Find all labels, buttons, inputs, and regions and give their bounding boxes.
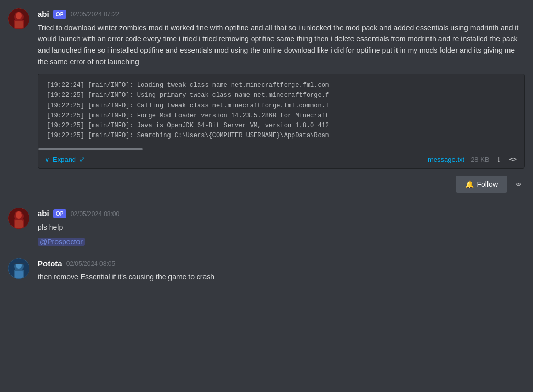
message-text-2: pls help bbox=[38, 222, 525, 233]
message-content-2: abi OP 02/05/2024 08:00 pls help @Prospe… bbox=[38, 208, 525, 247]
code-block-footer: ∨ Expand ⤢ message.txt 28 KB ↓ <> bbox=[38, 150, 524, 168]
message-header-2: abi OP 02/05/2024 08:00 bbox=[38, 208, 525, 220]
avatar-image-abi bbox=[8, 8, 29, 29]
file-info: message.txt 28 KB ↓ <> bbox=[428, 153, 518, 165]
op-badge-1: OP bbox=[53, 10, 66, 19]
message-group-2: abi OP 02/05/2024 08:00 pls help @Prospe… bbox=[0, 199, 533, 249]
bell-icon: 🔔 bbox=[465, 180, 474, 188]
avatar-potota bbox=[8, 258, 29, 279]
download-icon: ↓ bbox=[497, 154, 501, 164]
message-content-1: abi OP 02/05/2024 07:22 Tried to downloa… bbox=[38, 8, 525, 169]
code-block-container: [19:22:24] [main/INFO]: Loading tweak cl… bbox=[38, 74, 525, 169]
follow-label: Follow bbox=[477, 180, 498, 188]
actions-bar: 🔔 Follow ⚭ bbox=[0, 171, 533, 199]
svg-rect-9 bbox=[15, 220, 23, 228]
username-potota: Potota bbox=[38, 258, 62, 270]
svg-rect-14 bbox=[15, 271, 23, 278]
expand-button[interactable]: ∨ Expand ⤢ bbox=[44, 155, 85, 163]
message-group-3: Potota 02/05/2024 08:05 then remove Esse… bbox=[0, 250, 533, 285]
expand-label: Expand bbox=[53, 155, 76, 163]
message-header-1: abi OP 02/05/2024 07:22 bbox=[38, 8, 525, 20]
copy-link-button[interactable]: ⚭ bbox=[513, 176, 525, 192]
code-block: [19:22:24] [main/INFO]: Loading tweak cl… bbox=[38, 74, 524, 147]
svg-rect-4 bbox=[15, 21, 23, 28]
op-badge-2: OP bbox=[53, 209, 66, 218]
timestamp-3: 02/05/2024 08:05 bbox=[66, 259, 115, 268]
code-icon: <> bbox=[509, 155, 517, 163]
timestamp-2: 02/05/2024 08:00 bbox=[71, 209, 119, 219]
username-abi-1: abi bbox=[38, 8, 49, 20]
view-raw-button[interactable]: <> bbox=[508, 154, 518, 164]
username-abi-2: abi bbox=[38, 208, 49, 220]
mention-tag-prospector[interactable]: @Prospector bbox=[38, 238, 85, 246]
svg-point-2 bbox=[16, 12, 22, 19]
message-text-1: Tried to download winter zombies mod it … bbox=[38, 23, 525, 68]
expand-icon: ⤢ bbox=[79, 155, 85, 163]
avatar-image-potota bbox=[8, 258, 29, 279]
message-text-3: then remove Essential if it's causing th… bbox=[38, 272, 525, 283]
file-size: 28 KB bbox=[471, 154, 489, 165]
message-group-1: abi OP 02/05/2024 07:22 Tried to downloa… bbox=[0, 0, 533, 171]
follow-button[interactable]: 🔔 Follow bbox=[456, 176, 507, 193]
timestamp-1: 02/05/2024 07:22 bbox=[71, 9, 119, 19]
file-name: message.txt bbox=[428, 154, 464, 165]
message-content-3: Potota 02/05/2024 08:05 then remove Esse… bbox=[38, 258, 525, 283]
download-button[interactable]: ↓ bbox=[496, 153, 502, 165]
svg-rect-16 bbox=[13, 263, 25, 264]
svg-point-7 bbox=[16, 211, 22, 219]
avatar-image-abi-2 bbox=[8, 208, 29, 229]
avatar-abi-2 bbox=[8, 208, 29, 229]
link-icon: ⚭ bbox=[515, 178, 523, 190]
avatar-abi-1 bbox=[8, 8, 29, 29]
chevron-down-icon: ∨ bbox=[44, 155, 50, 163]
message-header-3: Potota 02/05/2024 08:05 bbox=[38, 258, 525, 270]
